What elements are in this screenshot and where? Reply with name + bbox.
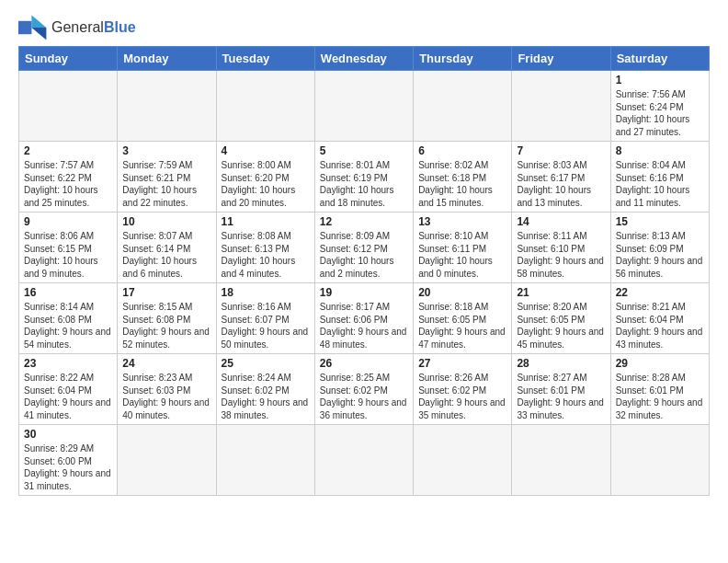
calendar-cell bbox=[19, 71, 118, 142]
day-number: 10 bbox=[122, 215, 210, 228]
day-info: Sunrise: 8:27 AM Sunset: 6:01 PM Dayligh… bbox=[517, 372, 605, 421]
calendar-cell: 12Sunrise: 8:09 AM Sunset: 6:12 PM Dayli… bbox=[314, 213, 413, 283]
calendar-cell: 21Sunrise: 8:20 AM Sunset: 6:05 PM Dayli… bbox=[512, 283, 610, 354]
day-number: 25 bbox=[222, 357, 310, 370]
day-info: Sunrise: 8:10 AM Sunset: 6:11 PM Dayligh… bbox=[418, 230, 506, 280]
day-info: Sunrise: 8:04 AM Sunset: 6:16 PM Dayligh… bbox=[616, 159, 704, 209]
day-number: 13 bbox=[418, 215, 506, 228]
weekday-header-sunday: Sunday bbox=[19, 47, 118, 71]
calendar-cell: 8Sunrise: 8:04 AM Sunset: 6:16 PM Daylig… bbox=[610, 142, 709, 213]
calendar-cell: 10Sunrise: 8:07 AM Sunset: 6:14 PM Dayli… bbox=[118, 213, 216, 283]
day-info: Sunrise: 8:20 AM Sunset: 6:05 PM Dayligh… bbox=[517, 301, 605, 350]
day-number: 3 bbox=[122, 144, 210, 157]
generalblue-logo-icon bbox=[18, 15, 48, 40]
day-info: Sunrise: 8:18 AM Sunset: 6:05 PM Dayligh… bbox=[418, 301, 506, 350]
day-number: 22 bbox=[616, 286, 704, 299]
day-info: Sunrise: 8:09 AM Sunset: 6:12 PM Dayligh… bbox=[320, 230, 408, 280]
weekday-header-thursday: Thursday bbox=[414, 47, 512, 71]
svg-rect-0 bbox=[18, 21, 31, 34]
calendar-cell: 22Sunrise: 8:21 AM Sunset: 6:04 PM Dayli… bbox=[610, 283, 709, 354]
calendar-cell: 13Sunrise: 8:10 AM Sunset: 6:11 PM Dayli… bbox=[414, 213, 512, 283]
day-number: 9 bbox=[24, 215, 112, 228]
calendar-cell: 28Sunrise: 8:27 AM Sunset: 6:01 PM Dayli… bbox=[512, 354, 610, 425]
calendar-cell: 29Sunrise: 8:28 AM Sunset: 6:01 PM Dayli… bbox=[610, 354, 709, 425]
calendar-cell: 5Sunrise: 8:01 AM Sunset: 6:19 PM Daylig… bbox=[314, 142, 413, 213]
calendar-cell: 11Sunrise: 8:08 AM Sunset: 6:13 PM Dayli… bbox=[216, 213, 314, 283]
day-info: Sunrise: 8:08 AM Sunset: 6:13 PM Dayligh… bbox=[222, 230, 310, 280]
day-number: 12 bbox=[320, 215, 408, 228]
day-info: Sunrise: 8:22 AM Sunset: 6:04 PM Dayligh… bbox=[24, 372, 112, 421]
day-number: 8 bbox=[616, 144, 704, 157]
day-number: 11 bbox=[222, 215, 310, 228]
calendar-cell: 7Sunrise: 8:03 AM Sunset: 6:17 PM Daylig… bbox=[512, 142, 610, 213]
day-info: Sunrise: 7:56 AM Sunset: 6:24 PM Dayligh… bbox=[616, 88, 704, 138]
day-number: 4 bbox=[222, 144, 310, 157]
day-info: Sunrise: 8:14 AM Sunset: 6:08 PM Dayligh… bbox=[24, 301, 112, 350]
calendar-cell: 2Sunrise: 7:57 AM Sunset: 6:22 PM Daylig… bbox=[19, 142, 118, 213]
calendar-cell: 17Sunrise: 8:15 AM Sunset: 6:08 PM Dayli… bbox=[118, 283, 216, 354]
day-number: 15 bbox=[616, 215, 704, 228]
day-number: 19 bbox=[320, 286, 408, 299]
calendar-cell: 14Sunrise: 8:11 AM Sunset: 6:10 PM Dayli… bbox=[512, 213, 610, 283]
day-number: 16 bbox=[24, 286, 112, 299]
calendar-cell bbox=[414, 425, 512, 496]
day-info: Sunrise: 8:17 AM Sunset: 6:06 PM Dayligh… bbox=[320, 301, 408, 350]
day-number: 17 bbox=[122, 286, 210, 299]
day-info: Sunrise: 8:25 AM Sunset: 6:02 PM Dayligh… bbox=[320, 372, 408, 421]
calendar-cell bbox=[118, 71, 216, 142]
calendar-cell: 20Sunrise: 8:18 AM Sunset: 6:05 PM Dayli… bbox=[414, 283, 512, 354]
calendar-cell: 26Sunrise: 8:25 AM Sunset: 6:02 PM Dayli… bbox=[314, 354, 413, 425]
weekday-header-wednesday: Wednesday bbox=[314, 47, 413, 71]
calendar-week-1: 2Sunrise: 7:57 AM Sunset: 6:22 PM Daylig… bbox=[19, 142, 710, 213]
calendar-cell: 15Sunrise: 8:13 AM Sunset: 6:09 PM Dayli… bbox=[610, 213, 709, 283]
day-number: 29 bbox=[616, 357, 704, 370]
calendar-cell bbox=[414, 71, 512, 142]
weekday-header-monday: Monday bbox=[118, 47, 216, 71]
day-info: Sunrise: 8:00 AM Sunset: 6:20 PM Dayligh… bbox=[222, 159, 310, 209]
calendar-cell bbox=[118, 425, 216, 496]
day-number: 23 bbox=[24, 357, 112, 370]
weekday-header-friday: Friday bbox=[512, 47, 610, 71]
calendar-week-0: 1Sunrise: 7:56 AM Sunset: 6:24 PM Daylig… bbox=[19, 71, 710, 142]
weekday-header-tuesday: Tuesday bbox=[216, 47, 314, 71]
calendar-cell: 25Sunrise: 8:24 AM Sunset: 6:02 PM Dayli… bbox=[216, 354, 314, 425]
calendar-cell bbox=[216, 425, 314, 496]
day-info: Sunrise: 8:28 AM Sunset: 6:01 PM Dayligh… bbox=[616, 372, 704, 421]
calendar-cell bbox=[610, 425, 709, 496]
calendar-cell: 9Sunrise: 8:06 AM Sunset: 6:15 PM Daylig… bbox=[19, 213, 118, 283]
page: GeneralBlue SundayMondayTuesdayWednesday… bbox=[0, 0, 728, 505]
day-number: 28 bbox=[517, 357, 605, 370]
header: GeneralBlue bbox=[18, 15, 710, 40]
day-info: Sunrise: 8:26 AM Sunset: 6:02 PM Dayligh… bbox=[418, 372, 506, 421]
calendar-cell: 3Sunrise: 7:59 AM Sunset: 6:21 PM Daylig… bbox=[118, 142, 216, 213]
calendar-cell: 23Sunrise: 8:22 AM Sunset: 6:04 PM Dayli… bbox=[19, 354, 118, 425]
day-number: 20 bbox=[418, 286, 506, 299]
day-info: Sunrise: 8:24 AM Sunset: 6:02 PM Dayligh… bbox=[222, 372, 310, 421]
calendar-cell bbox=[216, 71, 314, 142]
day-number: 1 bbox=[616, 74, 704, 86]
day-info: Sunrise: 8:11 AM Sunset: 6:10 PM Dayligh… bbox=[517, 230, 605, 280]
svg-marker-2 bbox=[31, 28, 46, 40]
day-number: 14 bbox=[517, 215, 605, 228]
day-info: Sunrise: 8:07 AM Sunset: 6:14 PM Dayligh… bbox=[122, 230, 210, 280]
calendar-cell: 24Sunrise: 8:23 AM Sunset: 6:03 PM Dayli… bbox=[118, 354, 216, 425]
logo: GeneralBlue bbox=[18, 15, 136, 40]
calendar-cell: 30Sunrise: 8:29 AM Sunset: 6:00 PM Dayli… bbox=[19, 425, 118, 496]
day-number: 24 bbox=[122, 357, 210, 370]
day-number: 27 bbox=[418, 357, 506, 370]
calendar-cell bbox=[314, 425, 413, 496]
day-info: Sunrise: 8:15 AM Sunset: 6:08 PM Dayligh… bbox=[122, 301, 210, 350]
day-number: 6 bbox=[418, 144, 506, 157]
weekday-header-saturday: Saturday bbox=[610, 47, 709, 71]
day-number: 2 bbox=[24, 144, 112, 157]
day-number: 30 bbox=[24, 428, 112, 441]
day-info: Sunrise: 7:59 AM Sunset: 6:21 PM Dayligh… bbox=[122, 159, 210, 209]
svg-marker-1 bbox=[31, 15, 46, 28]
day-info: Sunrise: 8:13 AM Sunset: 6:09 PM Dayligh… bbox=[616, 230, 704, 280]
calendar-cell: 27Sunrise: 8:26 AM Sunset: 6:02 PM Dayli… bbox=[414, 354, 512, 425]
day-info: Sunrise: 8:03 AM Sunset: 6:17 PM Dayligh… bbox=[517, 159, 605, 209]
day-number: 18 bbox=[222, 286, 310, 299]
calendar-cell: 16Sunrise: 8:14 AM Sunset: 6:08 PM Dayli… bbox=[19, 283, 118, 354]
day-info: Sunrise: 8:16 AM Sunset: 6:07 PM Dayligh… bbox=[222, 301, 310, 350]
weekday-header-row: SundayMondayTuesdayWednesdayThursdayFrid… bbox=[19, 47, 710, 71]
